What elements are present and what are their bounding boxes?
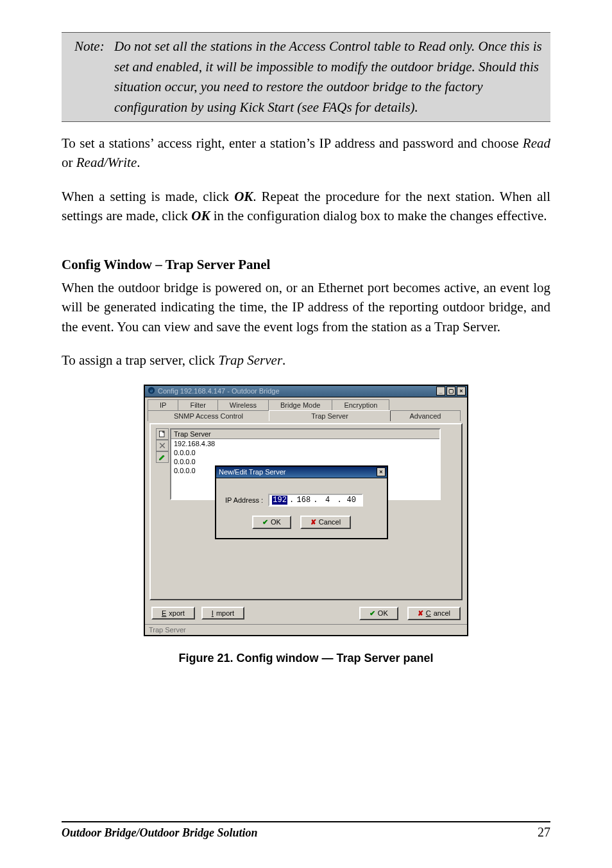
mnemonic: I xyxy=(212,609,214,617)
check-icon: ✔ xyxy=(262,518,268,526)
mnemonic: E xyxy=(162,609,166,617)
tabs-row-1: IP Filter Wireless Bridge Mode Encryptio… xyxy=(148,399,464,410)
dialog-ok-button[interactable]: ✔OK xyxy=(252,516,291,529)
btn-label: OK xyxy=(378,609,388,617)
page-footer: Outdoor Bridge/Outdoor Bridge Solution 2… xyxy=(62,821,550,840)
cross-icon: ✘ xyxy=(418,609,423,618)
ip-seg-3[interactable]: 4 xyxy=(320,496,336,505)
btn-label: xport xyxy=(169,609,184,617)
tab-snmp[interactable]: SNMP Access Control xyxy=(148,410,269,421)
trap-server-panel: Trap Server 192.168.4.38 0.0.0.0 0.0.0.0… xyxy=(149,423,463,600)
figure-caption: Figure 21. Config window — Trap Server p… xyxy=(62,652,550,665)
tab-filter[interactable]: Filter xyxy=(178,399,217,410)
btn-label: Cancel xyxy=(319,518,341,526)
tab-bridge-mode[interactable]: Bridge Mode xyxy=(268,399,332,410)
list-item[interactable]: 0.0.0.0 xyxy=(171,457,439,466)
list-item[interactable]: 0.0.0.0 xyxy=(171,448,439,457)
cross-icon: ✘ xyxy=(310,518,316,526)
new-edit-trap-dialog: New/Edit Trap Server × IP Address : 192.… xyxy=(215,465,388,539)
note-text: Do not set all the stations in the Acces… xyxy=(114,37,544,117)
ok-term: OK xyxy=(191,208,210,223)
btn-label: ancel xyxy=(434,609,450,617)
text-frag: To assign a trap server, click xyxy=(62,352,218,368)
app-icon: a xyxy=(148,386,155,395)
list-item[interactable]: 192.168.4.38 xyxy=(171,439,439,448)
svg-text:a: a xyxy=(150,388,153,394)
trapserver-term: Trap Server xyxy=(218,352,282,368)
text-frag: . xyxy=(137,155,140,170)
config-window: a Config 192.168.4.147 - Outdoor Bridge … xyxy=(144,385,468,636)
tab-trap-server[interactable]: Trap Server xyxy=(269,410,391,421)
dialog-titlebar[interactable]: New/Edit Trap Server × xyxy=(216,467,387,478)
text-frag: in the configuration dialog box to make … xyxy=(210,208,547,223)
paragraph-trap-desc: When the outdoor bridge is powered on, o… xyxy=(62,278,550,336)
window-cancel-button[interactable]: ✘Cancel xyxy=(407,607,461,620)
read-term: Read xyxy=(523,135,550,151)
check-icon: ✔ xyxy=(370,609,375,618)
ok-term: OK xyxy=(234,189,253,204)
tab-wireless[interactable]: Wireless xyxy=(217,399,269,410)
readwrite-term: Read/Write xyxy=(76,155,137,170)
text-frag: . xyxy=(282,352,285,368)
note-block: Note: Do not set all the stations in the… xyxy=(62,32,550,122)
section-heading: Config Window – Trap Server Panel xyxy=(62,257,550,273)
status-bar: Trap Server xyxy=(145,624,467,635)
dialog-cancel-button[interactable]: ✘Cancel xyxy=(300,516,351,529)
paragraph-trap-click: To assign a trap server, click Trap Serv… xyxy=(62,351,550,370)
mnemonic: C xyxy=(426,609,431,617)
page-number: 27 xyxy=(538,825,550,840)
minimize-button[interactable]: _ xyxy=(436,386,445,395)
paragraph-access-right: To set a stations’ access right, enter a… xyxy=(62,134,550,173)
ip-seg-2[interactable]: 168 xyxy=(296,496,311,505)
window-titlebar[interactable]: a Config 192.168.4.147 - Outdoor Bridge … xyxy=(145,386,467,397)
dialog-close-button[interactable]: × xyxy=(377,467,386,476)
maximize-button[interactable]: ▢ xyxy=(446,386,455,395)
edit-icon[interactable] xyxy=(156,451,169,463)
text-frag: To set a stations’ access right, enter a… xyxy=(62,135,523,151)
tab-encryption[interactable]: Encryption xyxy=(332,399,389,410)
close-button[interactable]: × xyxy=(457,386,466,395)
export-button[interactable]: Export xyxy=(151,607,195,620)
delete-icon[interactable] xyxy=(156,440,169,451)
tab-advanced[interactable]: Advanced xyxy=(390,410,461,421)
ip-address-input[interactable]: 192. 168. 4. 40 xyxy=(268,494,363,507)
window-ok-button[interactable]: ✔OK xyxy=(359,607,398,620)
ip-seg-1[interactable]: 192 xyxy=(272,496,287,505)
btn-label: mport xyxy=(216,609,234,617)
import-button[interactable]: Import xyxy=(201,607,244,620)
note-label: Note: xyxy=(74,37,113,57)
new-icon[interactable] xyxy=(156,428,169,440)
footer-title: Outdoor Bridge/Outdoor Bridge Solution xyxy=(62,826,258,840)
ip-seg-4[interactable]: 40 xyxy=(344,496,359,505)
btn-label: OK xyxy=(271,518,281,526)
list-header: Trap Server xyxy=(171,430,439,439)
tab-ip[interactable]: IP xyxy=(148,399,178,410)
text-frag: When a setting is made, click xyxy=(62,189,234,204)
dialog-title: New/Edit Trap Server xyxy=(216,468,289,476)
ip-address-label: IP Address : xyxy=(225,496,263,504)
paragraph-ok: When a setting is made, click OK. Repeat… xyxy=(62,187,550,226)
text-frag: or xyxy=(62,155,76,170)
window-title: Config 192.168.4.147 - Outdoor Bridge xyxy=(158,387,280,395)
tabs-row-2: SNMP Access Control Trap Server Advanced xyxy=(148,410,464,421)
